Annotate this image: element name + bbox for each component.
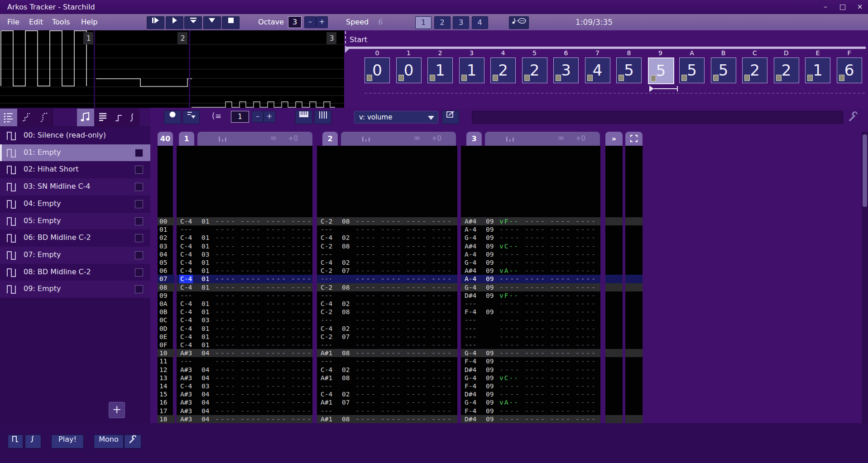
- note-cell[interactable]: C-4: [321, 258, 332, 267]
- empty-effect-cell[interactable]: ----: [355, 357, 377, 365]
- pattern-row[interactable]: C-401----------------: [177, 308, 312, 316]
- note-cell[interactable]: C-4: [321, 366, 332, 374]
- pattern-row[interactable]: -------------------: [177, 357, 312, 365]
- empty-effect-cell[interactable]: ----: [525, 390, 546, 398]
- empty-effect-cell[interactable]: ----: [215, 390, 236, 398]
- empty-effect-cell[interactable]: ----: [381, 374, 402, 382]
- octave-value[interactable]: 3: [288, 16, 302, 28]
- empty-effect-cell[interactable]: ----: [291, 382, 312, 390]
- sequence-cell-9[interactable]: 5: [648, 57, 674, 84]
- empty-effect-cell[interactable]: ----: [550, 333, 571, 341]
- empty-effect-cell[interactable]: ----: [291, 308, 312, 316]
- instrument-item-02[interactable]: 02: Hihat Short: [0, 161, 150, 178]
- empty-effect-cell[interactable]: ----: [266, 242, 287, 250]
- instrument-cell[interactable]: 07: [342, 333, 350, 341]
- note-cell[interactable]: ---: [321, 250, 332, 258]
- note-cell[interactable]: C-4: [321, 300, 332, 308]
- sequence-cell-checkbox[interactable]: [744, 75, 750, 81]
- instrument-cell[interactable]: 01: [201, 341, 209, 349]
- empty-effect-cell[interactable]: ----: [525, 398, 546, 406]
- sequence-cell-checkbox[interactable]: [651, 75, 656, 81]
- empty-effect-cell[interactable]: ----: [525, 225, 546, 234]
- empty-effect-cell[interactable]: ----: [291, 300, 312, 308]
- empty-effect-cell[interactable]: ----: [550, 382, 571, 390]
- note-cell[interactable]: G-4: [465, 374, 476, 382]
- pattern-row[interactable]: C-402----------------: [317, 390, 457, 398]
- instrument-cell[interactable]: 04: [201, 398, 209, 406]
- output-settings-button[interactable]: [124, 434, 141, 449]
- empty-effect-cell[interactable]: ----: [215, 234, 236, 242]
- instrument-cell[interactable]: 09: [486, 382, 494, 390]
- pattern-height-button-3[interactable]: 3: [453, 16, 469, 29]
- square-wave-mode-button[interactable]: [8, 434, 23, 449]
- empty-effect-cell[interactable]: ----: [499, 382, 521, 390]
- row-highlight-button[interactable]: [314, 110, 331, 124]
- empty-effect-cell[interactable]: ----: [550, 316, 571, 324]
- play-song-button[interactable]: Play!: [51, 434, 84, 449]
- empty-effect-cell[interactable]: ----: [355, 275, 377, 283]
- empty-effect-cell[interactable]: ----: [355, 291, 377, 300]
- empty-effect-cell[interactable]: ----: [575, 382, 597, 390]
- empty-effect-cell[interactable]: ----: [550, 234, 571, 242]
- empty-effect-cell[interactable]: ----: [215, 250, 236, 258]
- empty-effect-cell[interactable]: ----: [240, 250, 262, 258]
- instrument-cell[interactable]: 09: [486, 390, 494, 398]
- empty-effect-cell[interactable]: ----: [575, 415, 597, 423]
- note-cell[interactable]: A#3: [180, 349, 192, 357]
- pattern-row[interactable]: F-409----------------: [461, 357, 600, 365]
- empty-effect-cell[interactable]: ----: [291, 357, 312, 365]
- empty-effect-cell[interactable]: ----: [406, 366, 427, 374]
- note-cell[interactable]: F-4: [465, 308, 476, 316]
- empty-effect-cell[interactable]: ----: [266, 250, 287, 258]
- empty-effect-cell[interactable]: ----: [381, 225, 402, 234]
- effect-cell[interactable]: vA--: [499, 398, 519, 406]
- empty-effect-cell[interactable]: ----: [499, 234, 521, 242]
- instrument-cell[interactable]: 09: [486, 283, 494, 291]
- pattern-row[interactable]: -------------------: [461, 333, 600, 341]
- sequence-cell-B[interactable]: 5: [711, 57, 736, 83]
- empty-effect-cell[interactable]: ----: [575, 250, 597, 258]
- note-cell[interactable]: ---: [180, 357, 192, 365]
- note-cell[interactable]: A#4: [465, 242, 476, 250]
- maximize-button[interactable]: □: [837, 2, 849, 11]
- channel-loop-icon[interactable]: ∞: [270, 133, 277, 143]
- pattern-row[interactable]: -------------------: [177, 225, 312, 234]
- note-cell[interactable]: G-4: [465, 234, 476, 242]
- pattern-row[interactable]: C-402----------------: [317, 300, 457, 308]
- empty-effect-cell[interactable]: ----: [432, 357, 453, 365]
- note-cell[interactable]: G-4: [465, 258, 476, 267]
- pattern-height-button-4[interactable]: 4: [472, 16, 488, 29]
- empty-effect-cell[interactable]: ----: [432, 398, 453, 406]
- sequence-cell-checkbox[interactable]: [367, 75, 372, 81]
- pattern-row[interactable]: C-401----------------: [177, 242, 312, 250]
- instrument-cell[interactable]: 04: [201, 366, 209, 374]
- pattern-row[interactable]: G-409vA--------------: [461, 398, 600, 406]
- empty-effect-cell[interactable]: ----: [266, 308, 287, 316]
- empty-effect-cell[interactable]: ----: [291, 349, 312, 357]
- sequence-cell-F[interactable]: 6: [837, 57, 862, 83]
- insert-rows-icon[interactable]: (≡: [212, 111, 221, 120]
- empty-effect-cell[interactable]: ----: [381, 300, 402, 308]
- empty-effect-cell[interactable]: ----: [432, 366, 453, 374]
- pattern-row[interactable]: C-402----------------: [317, 366, 457, 374]
- empty-effect-cell[interactable]: ----: [291, 333, 312, 341]
- empty-effect-cell[interactable]: ----: [550, 267, 571, 275]
- instrument-cell[interactable]: 09: [486, 234, 494, 242]
- empty-effect-cell[interactable]: ----: [291, 374, 312, 382]
- instrument-cell[interactable]: 07: [342, 267, 350, 275]
- empty-effect-cell[interactable]: ----: [215, 357, 236, 365]
- empty-effect-cell[interactable]: ----: [406, 316, 427, 324]
- pattern-row[interactable]: A-409----------------: [461, 225, 600, 234]
- step-minus-button[interactable]: –: [252, 111, 264, 123]
- empty-effect-cell[interactable]: ----: [406, 234, 427, 242]
- tab-instrument-list[interactable]: [0, 109, 18, 126]
- empty-effect-cell[interactable]: ----: [215, 349, 236, 357]
- empty-effect-cell[interactable]: ----: [406, 415, 427, 423]
- midi-button[interactable]: [509, 16, 529, 29]
- note-cell[interactable]: D#4: [465, 291, 476, 300]
- empty-effect-cell[interactable]: ----: [406, 382, 427, 390]
- empty-effect-cell[interactable]: ----: [432, 250, 453, 258]
- instrument-cell[interactable]: 04: [201, 407, 209, 415]
- empty-effect-cell[interactable]: ----: [525, 357, 546, 365]
- note-cell[interactable]: A#1: [321, 349, 332, 357]
